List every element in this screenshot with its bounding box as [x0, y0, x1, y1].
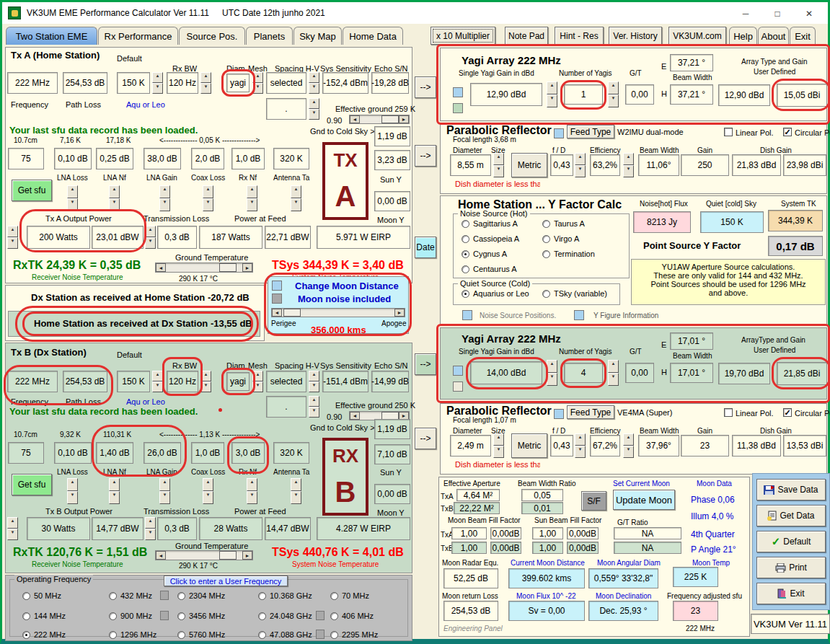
radio-circle-icon[interactable] [462, 220, 469, 228]
txb-rxbw-spinner[interactable] [200, 371, 211, 392]
radio-circle-icon[interactable] [22, 612, 30, 620]
para2-fd-spinner[interactable] [575, 433, 586, 458]
spin-up-icon[interactable] [109, 185, 120, 198]
default-button[interactable]: ✓ Default [756, 531, 826, 552]
txb-coax-loss-spinner[interactable] [203, 478, 213, 504]
txa-default-temp-spinner[interactable] [152, 72, 163, 94]
spin-down-icon[interactable] [109, 491, 120, 504]
slider-left-icon[interactable] [156, 551, 166, 560]
band-144mhz-radio[interactable]: 144 MHz [22, 612, 66, 620]
spin-down-icon[interactable] [547, 94, 557, 107]
slider-right-icon[interactable] [399, 115, 409, 123]
vk3um-com-button[interactable]: VK3UM.com [668, 27, 726, 45]
radio-virgo-a[interactable]: Virgo A [542, 234, 579, 243]
save-data-button[interactable]: Save Data [756, 479, 826, 500]
spin-up-icon[interactable] [608, 81, 619, 94]
spin-down-icon[interactable] [152, 83, 163, 94]
txa-lna-gain-spinner[interactable] [159, 185, 170, 211]
spin-up-icon[interactable] [252, 371, 263, 381]
radio-circle-icon[interactable] [22, 631, 30, 639]
date-button[interactable]: Date [415, 237, 436, 258]
yagi2-gain-spinner[interactable] [547, 360, 557, 386]
spin-up-icon[interactable] [493, 433, 504, 446]
get-data-button[interactable]: Get Data [756, 505, 826, 526]
spin-down-icon[interactable] [7, 529, 18, 540]
para2-metric-button[interactable]: Metric [511, 433, 547, 458]
spin-down-icon[interactable] [145, 237, 156, 249]
radio-circle-icon[interactable] [258, 631, 266, 639]
spin-up-icon[interactable] [309, 72, 319, 83]
spin-down-icon[interactable] [247, 491, 257, 504]
txa-antenna-ta-spinner[interactable] [291, 185, 301, 211]
spin-up-icon[interactable] [608, 360, 619, 373]
slider-thumb[interactable] [219, 551, 237, 560]
tab-sky-map[interactable]: Sky Map [293, 27, 342, 45]
spin-down-icon[interactable] [67, 198, 78, 211]
spin-up-icon[interactable] [309, 396, 319, 407]
spin-down-icon[interactable] [608, 373, 619, 386]
para2-linear-pol-checkbox[interactable] [724, 408, 733, 417]
txa-mesh-spinner[interactable] [252, 72, 263, 94]
txb-antenna-ta-spinner[interactable] [291, 478, 301, 504]
yagi1-gain-spinner[interactable] [547, 81, 557, 107]
band-extra-box[interactable] [160, 591, 169, 600]
spin-up-icon[interactable] [200, 371, 211, 381]
change-moon-distance-box[interactable] [272, 281, 282, 291]
spin-up-icon[interactable] [159, 478, 170, 491]
spin-up-icon[interactable] [152, 72, 163, 83]
apply-dish-b-button[interactable]: --> [415, 428, 436, 449]
y-figure-information-box[interactable] [574, 310, 584, 320]
spin-up-icon[interactable] [109, 478, 120, 491]
radio-circle-icon[interactable] [22, 592, 30, 600]
spin-down-icon[interactable] [291, 491, 301, 504]
yagi2-blue-box[interactable] [453, 366, 463, 376]
txb-mesh-spinner[interactable] [252, 371, 263, 392]
para2-circular-pol-checkbox[interactable] [783, 408, 792, 417]
band-3456mhz-radio[interactable]: 3456 MHz [177, 612, 225, 620]
spin-down-icon[interactable] [291, 198, 301, 211]
slider-thumb[interactable] [219, 263, 237, 272]
radio-circle-icon[interactable] [542, 235, 550, 243]
radio-aquarius-leo[interactable]: Aquarius or Leo [462, 289, 529, 298]
spin-down-icon[interactable] [203, 198, 213, 211]
exit-button[interactable]: Exit [756, 583, 826, 604]
spin-up-icon[interactable] [7, 517, 18, 529]
tab-rx-performance[interactable]: Rx Performance [98, 27, 178, 45]
band-10ghz-radio[interactable]: 10.368 GHz [258, 591, 312, 600]
tab-about[interactable]: About [758, 27, 789, 45]
para1-linear-pol-checkbox[interactable] [724, 128, 733, 136]
note-pad-button[interactable]: Note Pad [505, 27, 548, 45]
spin-down-icon[interactable] [493, 165, 504, 177]
band-1296mhz-radio[interactable]: 1296 MHz [109, 630, 156, 639]
moon-distance-slider[interactable] [271, 308, 405, 317]
spin-down-icon[interactable] [309, 109, 319, 120]
slider-left-icon[interactable] [350, 115, 360, 123]
txa-coax-loss-spinner[interactable] [203, 185, 213, 211]
radio-circle-icon[interactable] [258, 592, 266, 600]
txb-ground-temp-slider[interactable] [155, 550, 253, 560]
spin-up-icon[interactable] [152, 371, 163, 381]
spin-down-icon[interactable] [159, 198, 170, 211]
spin-up-icon[interactable] [547, 81, 557, 94]
txa-lna-nf-spinner[interactable] [109, 185, 120, 211]
spin-up-icon[interactable] [7, 226, 18, 237]
spin-down-icon[interactable] [623, 446, 634, 458]
radio-sagittarius-a[interactable]: Sagittarius A [462, 219, 518, 228]
radio-circle-icon[interactable] [109, 631, 117, 639]
para1-size-spinner[interactable] [493, 153, 504, 177]
spin-down-icon[interactable] [109, 198, 120, 211]
yagi1-num-spinner[interactable] [608, 81, 619, 107]
txb-lna-nf-spinner[interactable] [109, 478, 120, 504]
band-432mhz-radio[interactable]: 432 MHz [109, 591, 152, 600]
spin-down-icon[interactable] [200, 83, 211, 94]
radio-tsky-variable[interactable]: TSky (variable) [542, 289, 607, 298]
txb-spacing-spinner[interactable] [309, 371, 319, 392]
txb-lna-loss-spinner[interactable] [67, 478, 78, 504]
maximize-button[interactable]: □ [764, 6, 791, 22]
x10-multiplier-button[interactable]: x 10 Multiplier [431, 27, 495, 45]
spin-down-icon[interactable] [145, 529, 156, 540]
tab-exit[interactable]: Exit [790, 27, 816, 45]
spin-up-icon[interactable] [203, 185, 213, 198]
band-47ghz-radio[interactable]: 47.088 GHz [258, 630, 312, 639]
radio-circle-icon[interactable] [542, 290, 550, 298]
